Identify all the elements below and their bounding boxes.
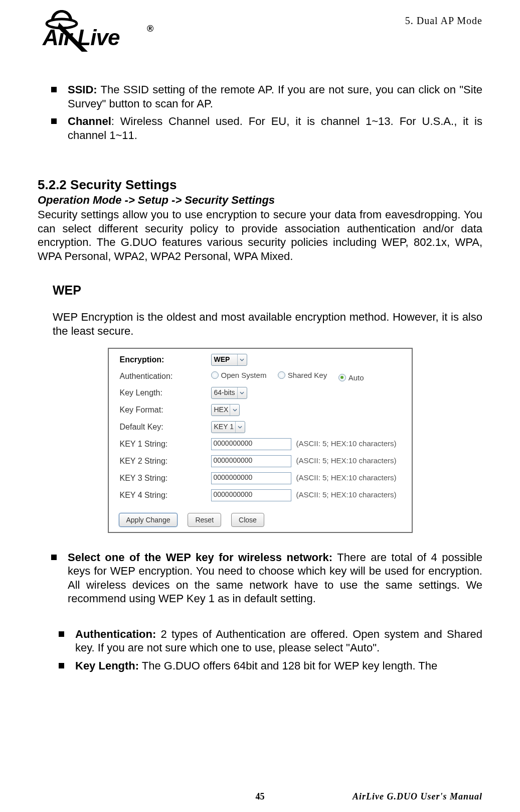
authentication-radio-group: Open System Shared Key Auto [200,368,412,384]
encryption-select[interactable]: WEP [211,354,247,366]
key1-input[interactable]: 0000000000 [211,438,291,450]
apply-change-button[interactable]: Apply Change [119,513,178,527]
bullet-authentication: Authentication: 2 types of Authenticatio… [38,627,482,655]
key4-input[interactable]: 0000000000 [211,489,291,501]
svg-text:Air Live: Air Live [42,25,120,50]
wep-settings-panel: Encryption: WEP Authentication: Open Sys… [108,348,413,533]
bullet-select-wep-key: Select one of the WEP key for wireless n… [38,551,482,606]
bullet-channel: Channel: Wireless Channel used. For EU, … [38,114,482,142]
key1-label: KEY 1 String: [109,436,200,453]
key2-hint: (ASCII: 5; HEX:10 characters) [291,456,397,465]
chevron-down-icon [237,387,247,398]
key1-hint: (ASCII: 5; HEX:10 characters) [291,439,397,448]
chevron-down-icon [237,354,247,365]
authentication-label: Authentication: [109,368,200,384]
section-paragraph: Security settings allow you to use encry… [38,208,482,263]
key-length-select[interactable]: 64-bits [211,387,247,399]
key4-label: KEY 4 String: [109,487,200,504]
key-length-label: Key Length: [109,384,200,401]
key3-label: KEY 3 String: [109,470,200,487]
section-heading: 5.2.2 Security Settings [38,177,482,193]
page-number: 45 [256,791,265,802]
radio-auto[interactable]: Auto [338,373,364,382]
page-header: Air Live ® 5. Dual AP Mode [38,10,482,55]
bullet-ssid: SSID: The SSID setting of the remote AP.… [38,83,482,110]
chevron-down-icon [235,422,245,433]
default-key-select[interactable]: KEY 1 [211,421,245,433]
radio-open-system[interactable]: Open System [211,371,267,379]
bullet-key-length: Key Length: The G.DUO offers 64bit and 1… [38,659,482,673]
close-button[interactable]: Close [231,513,264,527]
default-key-label: Default Key: [109,419,200,436]
chapter-label: 5. Dual AP Mode [405,15,482,27]
bullets-select-key: Select one of the WEP key for wireless n… [38,551,482,606]
encryption-label: Encryption: [109,351,200,368]
svg-text:®: ® [147,24,153,34]
bullets-ssid-channel: SSID: The SSID setting of the remote AP.… [38,83,482,142]
airlive-logo: Air Live ® [38,8,168,55]
key2-input[interactable]: 0000000000 [211,455,291,467]
page-footer: 45 AirLive G.DUO User's Manual [38,791,482,802]
wep-paragraph: WEP Encryption is the oldest and most av… [53,310,482,338]
bullets-auth-keylength: Authentication: 2 types of Authenticatio… [38,627,482,673]
reset-button[interactable]: Reset [188,513,221,527]
wep-heading: WEP [53,283,482,298]
key-format-select[interactable]: HEX [211,404,240,416]
key3-hint: (ASCII: 5; HEX:10 characters) [291,473,397,482]
key2-label: KEY 2 String: [109,453,200,470]
key3-input[interactable]: 0000000000 [211,472,291,484]
breadcrumb: Operation Mode -> Setup -> Security Sett… [38,194,482,207]
chevron-down-icon [230,404,239,416]
panel-button-row: Apply Change Reset Close [109,504,412,532]
radio-shared-key[interactable]: Shared Key [278,371,327,379]
key4-hint: (ASCII: 5; HEX:10 characters) [291,490,397,499]
manual-name: AirLive G.DUO User's Manual [353,791,482,802]
key-format-label: Key Format: [109,401,200,419]
